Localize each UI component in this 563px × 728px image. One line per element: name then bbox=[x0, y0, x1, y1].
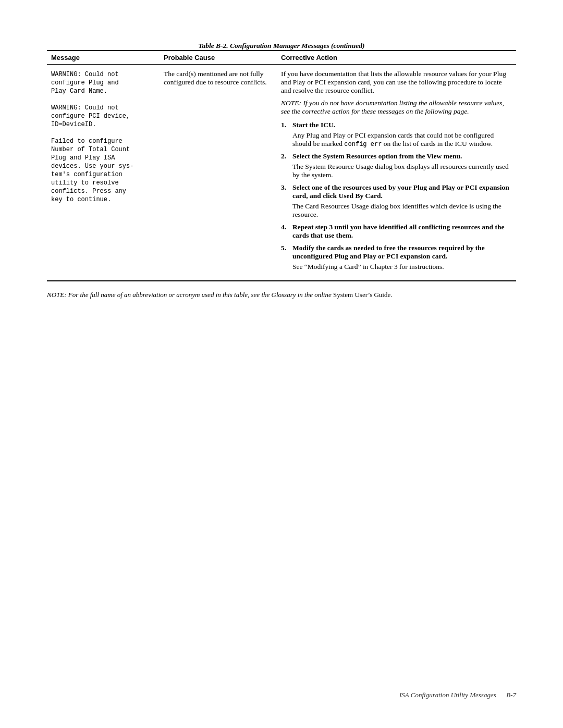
step-2-desc: The System Resource Usage dialog box dis… bbox=[292, 163, 512, 179]
step-1: 1. Start the ICU. Any Plug and Play or P… bbox=[281, 121, 512, 148]
step-1-num: 1. bbox=[281, 121, 290, 129]
step-3-desc: The Card Resources Usage dialog box iden… bbox=[292, 202, 512, 219]
action-note: NOTE: If you do not have documentation l… bbox=[281, 99, 512, 116]
header-action: Corrective Action bbox=[277, 51, 516, 65]
header-message: Message bbox=[47, 51, 160, 65]
step-2: 2. Select the System Resources option fr… bbox=[281, 152, 512, 179]
footer-note-text: NOTE: For the full name of an abbreviati… bbox=[47, 291, 332, 299]
step-2-num: 2. bbox=[281, 152, 290, 161]
step-5-bold: Modify the cards as needed to free the r… bbox=[292, 244, 512, 261]
action-intro: If you have documentation that lists the… bbox=[281, 70, 512, 95]
cause-cell: The card(s) mentioned are not fully conf… bbox=[160, 65, 277, 281]
step-1-desc: Any Plug and Play or PCI expansion cards… bbox=[292, 131, 512, 148]
step-1-bold: Start the ICU. bbox=[292, 121, 335, 129]
step-5: 5. Modify the cards as needed to free th… bbox=[281, 244, 512, 271]
header-cause: Probable Cause bbox=[160, 51, 277, 65]
footer-note: NOTE: For the full name of an abbreviati… bbox=[47, 291, 516, 299]
steps-list: 1. Start the ICU. Any Plug and Play or P… bbox=[281, 121, 512, 271]
table-title: Table B-2. Configuration Manager Message… bbox=[47, 42, 516, 50]
message-text-3: Failed to configureNumber of Total Count… bbox=[51, 138, 133, 203]
step-3: 3. Select one of the resources used by y… bbox=[281, 183, 512, 219]
page-footer: ISA Configuration Utility Messages B-7 bbox=[399, 691, 516, 699]
message-text: WARNING: Could notconfigure Plug andPlay… bbox=[51, 71, 119, 95]
step-3-num: 3. bbox=[281, 183, 290, 192]
table-row: WARNING: Could notconfigure Plug andPlay… bbox=[47, 65, 516, 281]
step-3-bold: Select one of the resources used by your… bbox=[292, 183, 512, 200]
cause-text: The card(s) mentioned are not fully conf… bbox=[164, 70, 267, 86]
step-4: 4. Repeat step 3 until you have identifi… bbox=[281, 223, 512, 240]
step-5-num: 5. bbox=[281, 244, 290, 252]
footer-label: ISA Configuration Utility Messages B-7 bbox=[399, 691, 516, 699]
message-cell: WARNING: Could notconfigure Plug andPlay… bbox=[47, 65, 160, 281]
message-text-2: WARNING: Could notconfigure PCI device,I… bbox=[51, 104, 130, 128]
step-2-bold: Select the System Resources option from … bbox=[292, 152, 462, 161]
main-table: Message Probable Cause Corrective Action… bbox=[47, 50, 516, 281]
step-4-num: 4. bbox=[281, 223, 290, 231]
step-5-desc: See “Modifying a Card” in Chapter 3 for … bbox=[292, 263, 512, 271]
step-4-bold: Repeat step 3 until you have identified … bbox=[292, 223, 512, 240]
page: Table B-2. Configuration Manager Message… bbox=[0, 0, 563, 728]
action-cell: If you have documentation that lists the… bbox=[277, 65, 516, 281]
